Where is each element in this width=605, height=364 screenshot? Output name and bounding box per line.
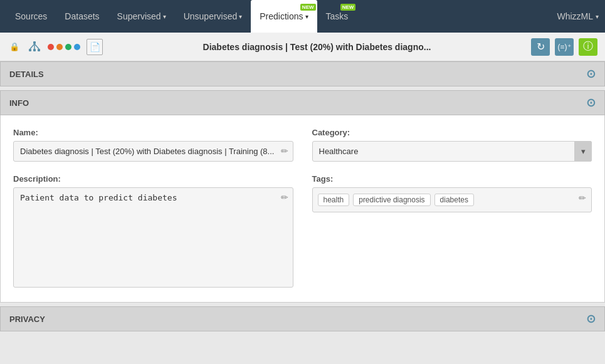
hierarchy-icon[interactable]	[28, 40, 41, 54]
info-label: INFO	[9, 98, 29, 108]
tags-container: health predictive diagnosis diabetes ✏	[312, 187, 592, 212]
info-button[interactable]: ⓘ	[579, 38, 597, 56]
description-textarea[interactable]	[13, 187, 293, 288]
account-dropdown-arrow: ▾	[596, 13, 599, 20]
details-label: DETAILS	[9, 70, 44, 79]
category-select-wrap: Healthcare ▾	[312, 141, 592, 162]
nav-item-predictions[interactable]: NEW Predictions ▾	[251, 0, 317, 33]
info-section-header[interactable]: INFO ⊙	[0, 90, 605, 115]
nav-label-datasets: Datasets	[65, 11, 99, 21]
lock-icon[interactable]: 🔒	[8, 40, 21, 54]
svg-rect-0	[33, 41, 36, 44]
tag-diabetes[interactable]: diabetes	[434, 194, 474, 206]
tags-field: Tags: health predictive diagnosis diabet…	[312, 174, 592, 289]
name-field: Name: ✏	[13, 128, 293, 162]
hierarchy-svg	[28, 41, 41, 53]
tag-health[interactable]: health	[318, 194, 350, 206]
navbar: Sources Datasets Supervised ▾ Unsupervis…	[0, 0, 605, 33]
svg-rect-1	[29, 49, 31, 51]
info-chevron: ⊙	[586, 96, 596, 110]
nav-label-sources: Sources	[15, 11, 47, 21]
name-input[interactable]	[13, 141, 293, 162]
description-input-wrap: ✏	[13, 187, 293, 289]
nav-item-unsupervised[interactable]: Unsupervised ▾	[175, 0, 251, 33]
category-select[interactable]: Healthcare	[312, 141, 592, 162]
nav-item-sources[interactable]: Sources	[6, 0, 56, 33]
info-body: Name: ✏ Category: Healthcare ▾ Descripti…	[0, 115, 605, 303]
svg-rect-3	[38, 49, 40, 51]
tags-label: Tags:	[312, 174, 592, 184]
svg-line-6	[34, 44, 39, 49]
name-input-wrap: ✏	[13, 141, 293, 162]
supervised-dropdown-arrow: ▾	[163, 13, 166, 20]
main-content: DETAILS ⊙ INFO ⊙ Name: ✏ Category: Healt…	[0, 61, 605, 331]
account-label: WhizzML	[557, 11, 593, 21]
dot-1	[48, 44, 54, 50]
privacy-section: PRIVACY ⊙	[0, 306, 605, 331]
svg-rect-2	[33, 49, 36, 51]
toolbar: 🔒 📄 Diabetes diagnosis | Test (20%) with…	[0, 33, 605, 61]
code-button[interactable]: (=)⁺	[555, 38, 574, 56]
nav-label-predictions: Predictions	[260, 11, 303, 21]
description-edit-icon[interactable]: ✏	[281, 192, 288, 202]
nav-label-tasks: Tasks	[326, 11, 349, 21]
svg-line-4	[30, 44, 34, 49]
tag-predictive-diagnosis[interactable]: predictive diagnosis	[353, 194, 430, 206]
name-label: Name:	[13, 128, 293, 137]
dot-3	[65, 44, 71, 50]
nav-label-supervised: Supervised	[117, 11, 161, 21]
unsupervised-dropdown-arrow: ▾	[239, 13, 242, 20]
refresh-button[interactable]: ↻	[531, 38, 550, 56]
nav-item-supervised[interactable]: Supervised ▾	[108, 0, 175, 33]
account-menu[interactable]: WhizzML ▾	[557, 11, 599, 21]
dot-4	[74, 44, 80, 50]
category-label: Category:	[312, 128, 592, 137]
details-section-header[interactable]: DETAILS ⊙	[0, 61, 605, 86]
doc-icon: 📄	[87, 39, 103, 55]
predictions-dropdown-arrow: ▾	[305, 13, 308, 20]
description-label: Description:	[13, 174, 293, 184]
tasks-badge: NEW	[340, 4, 356, 11]
privacy-section-header[interactable]: PRIVACY ⊙	[0, 306, 605, 331]
toolbar-title: Diabetes diagnosis | Test (20%) with Dia…	[109, 42, 525, 52]
toolbar-actions: ↻ (=)⁺ ⓘ	[531, 38, 597, 56]
privacy-chevron: ⊙	[586, 312, 596, 326]
category-field: Category: Healthcare ▾	[312, 128, 592, 162]
description-field: Description: ✏	[13, 174, 293, 289]
nav-item-tasks[interactable]: NEW Tasks	[317, 0, 357, 33]
predictions-badge: NEW	[300, 4, 316, 11]
details-chevron: ⊙	[586, 67, 596, 81]
nav-item-datasets[interactable]: Datasets	[56, 0, 108, 33]
name-edit-icon[interactable]: ✏	[281, 146, 288, 156]
progress-dots	[48, 44, 80, 50]
category-select-arrow[interactable]: ▾	[574, 141, 592, 162]
nav-label-unsupervised: Unsupervised	[184, 11, 238, 21]
dot-2	[56, 44, 63, 50]
tags-edit-icon[interactable]: ✏	[579, 193, 586, 203]
privacy-label: PRIVACY	[9, 315, 45, 324]
